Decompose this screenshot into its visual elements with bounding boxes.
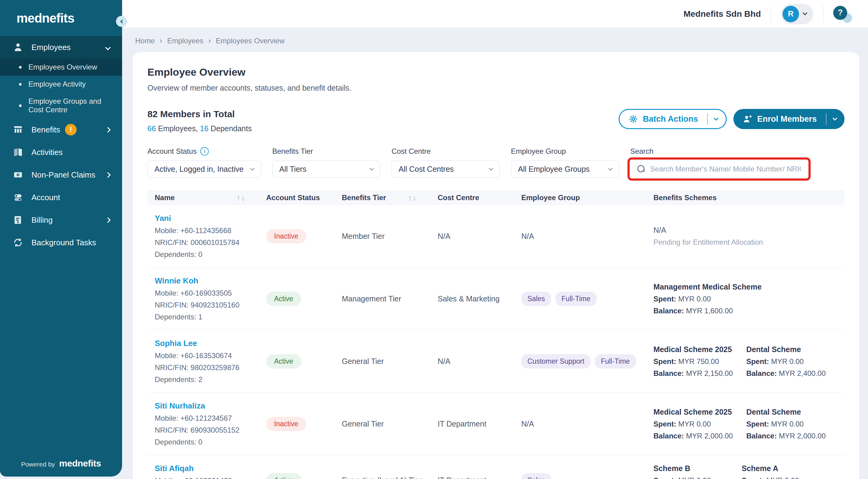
claims-card-icon <box>12 169 24 181</box>
sidebar-subitem-label: Employees Overview <box>28 63 97 71</box>
member-dependents: Dependents: 0 <box>155 250 266 259</box>
status-cell: Active <box>266 292 342 306</box>
cost-centre-value: All Cost Centres <box>399 165 454 173</box>
employee-group-cell: Customer Support Full-Time <box>521 354 653 369</box>
cost-centre-cell: Sales & Marketing <box>438 294 521 303</box>
gear-icon <box>629 115 638 124</box>
benefits-tier-select[interactable]: All Tiers <box>272 160 380 178</box>
chevron-down-icon <box>489 166 493 170</box>
employees-section: Employees Employees Overview <box>0 36 122 76</box>
mednefits-footer-logo: mednefits <box>59 458 101 469</box>
balance-value: MYR 2,150.00 <box>686 369 733 377</box>
sidebar-nav: Employees Employees Overview Employee Ac… <box>0 36 122 254</box>
filters-row: Account Status i Active, Logged in, Inac… <box>147 147 844 178</box>
tier-cell: Executive (Level 1) Tier <box>342 476 438 479</box>
scheme-block: Management Medical Scheme Spent: MYR 0.0… <box>653 283 762 315</box>
info-icon[interactable]: i <box>200 147 209 156</box>
total-members: 82 Members in Total <box>147 109 252 119</box>
sidebar-item-account[interactable]: Account <box>0 186 122 209</box>
breadcrumb: Home › Employees › Employees Overview <box>135 36 859 45</box>
sort-control[interactable]: ↑↓ <box>408 193 416 202</box>
chevron-right-icon <box>105 217 111 223</box>
search-filter: Search <box>630 147 808 178</box>
sidebar-item-activities[interactable]: Activities <box>0 141 122 163</box>
chevron-down-icon <box>250 166 254 170</box>
company-name: Mednefits Sdn Bhd <box>683 9 761 19</box>
bullet-icon <box>19 66 22 69</box>
help-question-icon: ? <box>833 6 847 20</box>
enrol-members-button[interactable]: Enrol Members <box>734 109 844 129</box>
balance-label: Balance: <box>653 369 684 377</box>
scheme-name: Dental Scheme <box>746 345 826 354</box>
spent-label: Spent: <box>746 420 769 428</box>
chevron-down-icon <box>803 11 808 15</box>
members-table: Name ↑↓ Account Status Benefits Tier ↑↓ … <box>147 190 844 479</box>
account-menu-button[interactable]: R <box>781 4 813 24</box>
chevron-right-icon <box>105 172 111 178</box>
scheme-name: Scheme A <box>742 464 821 473</box>
sidebar-item-employee-activity[interactable]: Employee Activity <box>0 76 122 93</box>
balance-label: Balance: <box>746 432 777 440</box>
schemes-cell: Management Medical Scheme Spent: MYR 0.0… <box>653 283 837 315</box>
sidebar-item-label: Employees <box>31 43 98 52</box>
mednefits-logo: mednefits <box>0 0 122 26</box>
collapse-sidebar-button[interactable] <box>116 16 127 27</box>
scheme-pending-note: Pending for Entitlement Allocation <box>653 238 763 247</box>
scheme-name: Scheme B <box>653 464 728 473</box>
member-nric: NRIC/FIN: 980203259876 <box>155 363 266 372</box>
schemes-cell: N/A Pending for Entitlement Allocation <box>653 226 837 247</box>
chevron-right-icon <box>105 127 111 132</box>
member-name-link[interactable]: Yani <box>155 214 171 223</box>
sidebar-item-employees[interactable]: Employees <box>0 36 122 59</box>
sidebar-item-background-tasks[interactable]: Background Tasks <box>0 231 122 254</box>
sidebar-item-billing[interactable]: $ Billing <box>0 209 122 231</box>
chevron-down-icon <box>833 116 837 121</box>
account-status-select[interactable]: Active, Logged in, Inactive <box>147 160 261 178</box>
help-button[interactable]: ? <box>833 5 852 24</box>
sidebar-item-employee-groups[interactable]: Employee Groups and Cost Centre <box>0 93 122 118</box>
warning-badge-icon: ! <box>65 124 76 135</box>
table-row: Winnie Koh Mobile: +60-169033505 NRIC/FI… <box>147 267 844 330</box>
sidebar-item-label: Account <box>31 193 110 202</box>
sync-icon <box>12 237 24 248</box>
cost-centre-select[interactable]: All Cost Centres <box>392 160 500 178</box>
cost-centre-cell: N/A <box>438 357 521 366</box>
member-name-link[interactable]: Winnie Koh <box>155 276 198 286</box>
balance-label: Balance: <box>653 432 684 440</box>
search-input[interactable] <box>650 165 801 173</box>
employee-overview-card: Employee Overview Overview of member acc… <box>133 52 859 479</box>
account-status-label: Account Status i <box>147 147 261 156</box>
spent-value: MYR 0.00 <box>678 420 711 428</box>
status-badge: Active <box>266 354 301 369</box>
sort-desc-icon: ↓ <box>413 193 416 202</box>
member-name-link[interactable]: Sophia Lee <box>155 339 197 348</box>
breadcrumb-employees[interactable]: Employees <box>167 37 204 45</box>
employee-group-select[interactable]: All Employee Groups <box>511 160 619 178</box>
member-name-link[interactable]: Siti Nurhaliza <box>155 401 205 411</box>
sidebar-item-non-panel-claims[interactable]: Non-Panel Claims <box>0 163 122 186</box>
bullet-icon <box>19 83 22 86</box>
member-mobile: Mobile: +60-163321470 <box>155 477 266 479</box>
bank-columns-icon <box>12 124 24 135</box>
status-badge: Active <box>266 292 301 306</box>
member-mobile: Mobile: +60-163530674 <box>155 351 266 360</box>
balance-label: Balance: <box>746 369 777 377</box>
spent-value: MYR 0.00 <box>678 295 711 303</box>
member-nric: NRIC/FIN: 690930055152 <box>155 426 266 435</box>
button-divider <box>826 113 827 125</box>
breadcrumb-home[interactable]: Home <box>135 37 155 45</box>
bullet-icon <box>19 104 22 107</box>
employee-group-label: Employee Group <box>511 147 619 156</box>
table-row: Siti Nurhaliza Mobile: +60-121234567 NRI… <box>147 393 844 455</box>
member-name-link[interactable]: Siti Afiqah <box>155 464 194 473</box>
sort-control[interactable]: ↑↓ <box>237 193 245 202</box>
sidebar-item-employees-overview[interactable]: Employees Overview <box>0 59 122 76</box>
batch-actions-button[interactable]: Batch Actions <box>619 109 727 129</box>
member-mobile: Mobile: +60-121234567 <box>155 414 266 422</box>
search-icon <box>637 165 645 173</box>
cost-centre-label: Cost Centre <box>392 147 500 156</box>
breadcrumb-separator: › <box>160 36 162 45</box>
sidebar: mednefits Employees Employees Overview E… <box>0 0 122 477</box>
sidebar-item-label: Billing <box>31 215 98 225</box>
sidebar-item-benefits[interactable]: Benefits ! <box>0 118 122 141</box>
